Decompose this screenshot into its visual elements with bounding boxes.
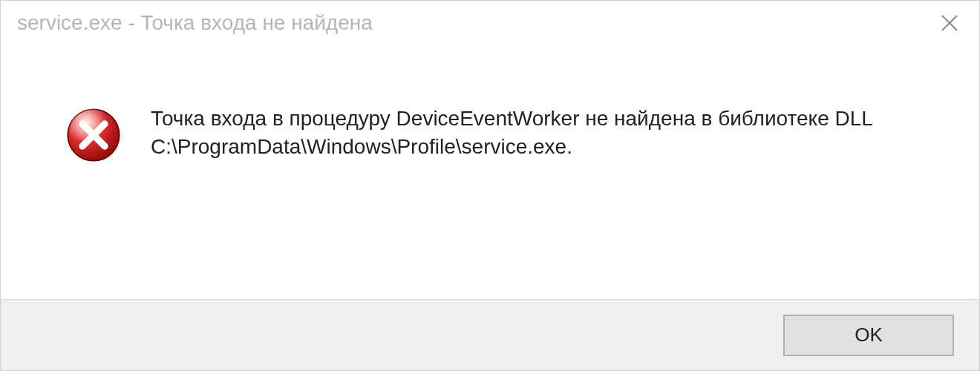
close-icon <box>938 12 961 34</box>
dialog-title: service.exe - Точка входа не найдена <box>17 11 373 35</box>
dialog-content: Точка входа в процедуру DeviceEventWorke… <box>1 45 979 299</box>
button-bar: OK <box>1 299 979 370</box>
ok-button[interactable]: OK <box>783 315 954 356</box>
error-dialog: service.exe - Точка входа не найдена <box>0 0 980 371</box>
titlebar: service.exe - Точка входа не найдена <box>1 1 979 45</box>
error-icon <box>66 108 121 162</box>
error-message: Точка входа в процедуру DeviceEventWorke… <box>151 105 908 161</box>
close-button[interactable] <box>927 4 972 42</box>
